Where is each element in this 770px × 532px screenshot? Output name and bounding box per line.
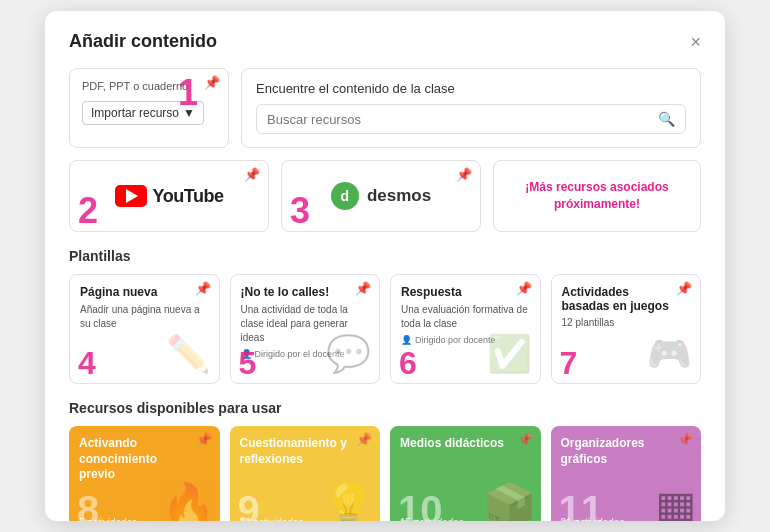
resource-3-title: Medios didácticos <box>400 436 531 452</box>
youtube-play-icon <box>126 189 138 203</box>
resource-4-count: 21 actividades <box>561 517 625 521</box>
resource-1-count: 5 actividades <box>79 517 137 521</box>
top-row: 📌 PDF, PPT o cuaderno Importar recurso ▼… <box>69 68 701 148</box>
search-input[interactable] <box>267 112 652 127</box>
template-1-title: Página nueva <box>80 285 209 299</box>
template-3-title: Respuesta <box>401 285 530 299</box>
close-button[interactable]: × <box>690 33 701 51</box>
youtube-card[interactable]: 2 📌 YouTube <box>69 160 269 232</box>
resource-card-2[interactable]: 📌 Cuestionamiento y reflexiones 9 💡 12 a… <box>230 426 381 521</box>
search-card: Encuentre el contenido de la clase 🔍 <box>241 68 701 148</box>
template-card-3[interactable]: 📌 Respuesta Una evaluación formativa de … <box>390 274 541 384</box>
number-badge-7: 7 <box>560 347 578 379</box>
template-3-desc: Una evaluación formativa de toda la clas… <box>401 303 530 331</box>
more-text: ¡Más recursos asociados próximamente! <box>504 179 690 213</box>
number-badge-6: 6 <box>399 347 417 379</box>
resource-1-title: Activando conocimiento previo <box>79 436 210 483</box>
resource-2-count: 12 actividades <box>240 517 304 521</box>
template-4-pin-icon: 📌 <box>676 281 692 296</box>
resource-4-title: Organizadores gráficos <box>561 436 692 467</box>
resources-section-title: Recursos disponibles para usar <box>69 400 701 416</box>
search-box: 🔍 <box>256 104 686 134</box>
template-4-bg-icon: 🎮 <box>647 333 692 375</box>
desmos-card[interactable]: 3 📌 d desmos <box>281 160 481 232</box>
template-4-title: Actividades basadas en juegos <box>562 285 691 313</box>
template-3-bg-icon: ✅ <box>487 333 532 375</box>
import-card[interactable]: 📌 PDF, PPT o cuaderno Importar recurso ▼… <box>69 68 229 148</box>
more-card: ¡Más recursos asociados próximamente! <box>493 160 701 232</box>
resource-card-3[interactable]: 📌 Medios didácticos 10 📦 15 actividades <box>390 426 541 521</box>
resource-3-bg-icon: 📦 <box>482 480 537 521</box>
modal-header: Añadir contenido × <box>69 31 701 52</box>
resource-card-4[interactable]: 📌 Organizadores gráficos 11 ▦ 21 activid… <box>551 426 702 521</box>
template-card-4[interactable]: 📌 Actividades basadas en juegos 12 plant… <box>551 274 702 384</box>
template-1-desc: Añadir una página nueva a su clase <box>80 303 209 331</box>
youtube-logo: YouTube <box>115 185 224 207</box>
import-button-label: Importar recurso <box>91 106 179 120</box>
desmos-icon-symbol: d <box>341 188 350 204</box>
resources-row: 📌 Activando conocimiento previo 8 🔥 5 ac… <box>69 426 701 521</box>
youtube-text: YouTube <box>153 186 224 207</box>
resource-1-pin-icon: 📌 <box>196 432 212 447</box>
resource-2-pin-icon: 📌 <box>356 432 372 447</box>
search-label: Encuentre el contenido de la clase <box>256 81 686 96</box>
template-1-bg-icon: ✏️ <box>166 333 211 375</box>
template-card-1[interactable]: 📌 Página nueva Añadir una página nueva a… <box>69 274 220 384</box>
resource-2-title: Cuestionamiento y reflexiones <box>240 436 371 467</box>
number-badge-3: 3 <box>290 193 310 229</box>
resource-4-bg-icon: ▦ <box>655 481 697 521</box>
second-row: 2 📌 YouTube 3 📌 d desmos ¡Más recursos a… <box>69 160 701 232</box>
modal: Añadir contenido × 📌 PDF, PPT o cuaderno… <box>45 11 725 521</box>
search-icon: 🔍 <box>658 111 675 127</box>
templates-row: 📌 Página nueva Añadir una página nueva a… <box>69 274 701 384</box>
desmos-text: desmos <box>367 186 431 206</box>
pin-icon: 📌 <box>204 75 220 90</box>
template-card-2[interactable]: 📌 ¡No te lo calles! Una actividad de tod… <box>230 274 381 384</box>
template-2-title: ¡No te lo calles! <box>241 285 370 299</box>
number-badge-5: 5 <box>239 347 257 379</box>
resource-1-bg-icon: 🔥 <box>161 480 216 521</box>
number-badge-2: 2 <box>78 193 98 229</box>
template-4-count: 12 plantillas <box>562 317 691 328</box>
template-2-bg-icon: 💬 <box>326 333 371 375</box>
number-badge-4: 4 <box>78 347 96 379</box>
youtube-icon <box>115 185 147 207</box>
resource-card-1[interactable]: 📌 Activando conocimiento previo 8 🔥 5 ac… <box>69 426 220 521</box>
templates-section-title: Plantillas <box>69 248 701 264</box>
desmos-icon: d <box>331 182 359 210</box>
number-badge-1: 1 <box>178 75 198 111</box>
modal-title: Añadir contenido <box>69 31 217 52</box>
resource-4-pin-icon: 📌 <box>677 432 693 447</box>
template-3-meta-text: Dirigido por docente <box>415 335 496 345</box>
desmos-logo: d desmos <box>331 182 431 210</box>
template-3-pin-icon: 📌 <box>516 281 532 296</box>
template-2-pin-icon: 📌 <box>355 281 371 296</box>
desmos-pin-icon: 📌 <box>456 167 472 182</box>
resource-2-bg-icon: 💡 <box>321 480 376 521</box>
template-3-people-icon: 👤 <box>401 335 412 345</box>
resource-3-count: 15 actividades <box>400 517 464 521</box>
resource-3-pin-icon: 📌 <box>517 432 533 447</box>
template-1-pin-icon: 📌 <box>195 281 211 296</box>
youtube-pin-icon: 📌 <box>244 167 260 182</box>
